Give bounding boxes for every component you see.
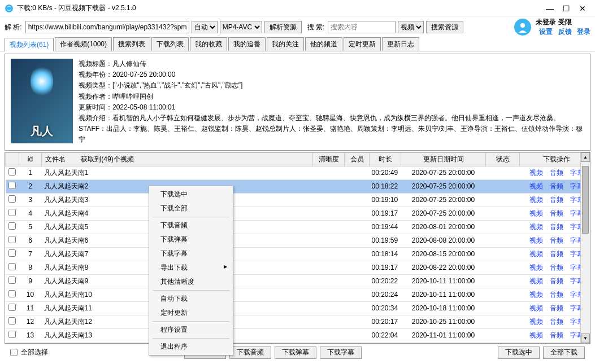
download-video-link[interactable]: 视频 xyxy=(529,223,543,231)
login-link[interactable]: 登录 xyxy=(577,28,590,36)
table-row[interactable]: 9凡人风起天南900:20:222020-10-11 11:00:00视频音频字… xyxy=(6,274,581,288)
bottom-button[interactable]: 全部下载 xyxy=(543,347,585,359)
table-row[interactable]: 2凡人风起天南200:18:222020-07-25 20:00:00视频音频字… xyxy=(6,179,581,193)
table-row[interactable]: 11凡人风起天南1100:20:342020-10-18 11:00:00视频音… xyxy=(6,301,581,315)
download-audio-link[interactable]: 音频 xyxy=(550,318,563,326)
tab-1[interactable]: 作者视频(1000) xyxy=(55,37,112,51)
download-audio-link[interactable]: 音频 xyxy=(550,291,563,299)
menu-item[interactable]: 下载音频 xyxy=(150,218,232,233)
tab-4[interactable]: 我的收藏 xyxy=(190,37,227,51)
row-checkbox[interactable] xyxy=(8,209,16,216)
table-row[interactable]: 3凡人风起天南300:19:102020-07-25 20:00:00视频音频字… xyxy=(6,193,581,207)
row-checkbox[interactable] xyxy=(8,263,16,270)
table-row[interactable]: 7凡人风起天南700:18:142020-08-15 20:00:00视频音频字… xyxy=(6,247,581,261)
download-sub-link[interactable]: 字幕 xyxy=(570,291,581,299)
download-sub-link[interactable]: 字幕 xyxy=(570,264,581,271)
scrollbar[interactable]: ▲ ▼ xyxy=(580,152,590,343)
select-all-checkbox[interactable] xyxy=(10,349,18,356)
download-video-link[interactable]: 视频 xyxy=(529,331,543,339)
tab-9[interactable]: 更新日志 xyxy=(382,37,419,51)
row-checkbox[interactable] xyxy=(8,195,16,203)
bottom-button[interactable]: 下载选中 xyxy=(498,347,540,359)
search-button[interactable]: 搜索资源 xyxy=(426,21,463,33)
tab-5[interactable]: 我的追番 xyxy=(228,37,266,51)
download-video-link[interactable]: 视频 xyxy=(529,236,543,244)
menu-item[interactable]: 其他清晰度 xyxy=(150,275,232,289)
minimize-button[interactable]: — xyxy=(546,4,554,13)
download-sub-link[interactable]: 字幕 xyxy=(570,182,581,190)
row-checkbox[interactable] xyxy=(8,236,16,243)
close-button[interactable]: ✕ xyxy=(579,4,586,13)
format-select[interactable]: MP4-AVC xyxy=(220,21,262,33)
download-audio-link[interactable]: 音频 xyxy=(550,182,563,190)
download-sub-link[interactable]: 字幕 xyxy=(570,331,581,339)
tab-0[interactable]: 视频列表(61) xyxy=(5,38,54,51)
menu-item[interactable]: 定时更新 xyxy=(150,306,232,320)
download-audio-link[interactable]: 音频 xyxy=(550,236,563,244)
row-checkbox[interactable] xyxy=(8,182,16,189)
download-video-link[interactable]: 视频 xyxy=(529,318,543,326)
avatar[interactable] xyxy=(514,19,531,36)
col-filename[interactable]: 文件名 获取到(49)个视频 xyxy=(42,152,313,166)
bottom-button[interactable]: 下载字幕 xyxy=(320,347,362,359)
download-video-link[interactable]: 视频 xyxy=(529,264,543,271)
row-checkbox[interactable] xyxy=(8,317,16,324)
download-sub-link[interactable]: 字幕 xyxy=(570,223,581,231)
table-row[interactable]: 12凡人风起天南1200:20:172020-10-25 11:00:00视频音… xyxy=(6,315,581,328)
scroll-up-icon[interactable]: ▲ xyxy=(581,152,590,162)
download-audio-link[interactable]: 音频 xyxy=(550,209,563,217)
download-video-link[interactable]: 视频 xyxy=(529,196,543,204)
menu-item[interactable]: 程序设置 xyxy=(150,323,232,337)
scroll-down-icon[interactable]: ▼ xyxy=(581,334,590,343)
table-row[interactable]: 8凡人风起天南800:19:172020-08-22 20:00:00视频音频字… xyxy=(6,261,581,274)
table-row[interactable]: 6凡人风起天南600:19:592020-08-08 20:00:00视频音频字… xyxy=(6,234,581,247)
download-audio-link[interactable]: 音频 xyxy=(550,277,563,285)
download-sub-link[interactable]: 字幕 xyxy=(570,196,581,204)
col-vip[interactable]: 会员 xyxy=(345,152,370,166)
feedback-link[interactable]: 反馈 xyxy=(558,28,572,36)
download-sub-link[interactable]: 字幕 xyxy=(570,169,581,177)
download-sub-link[interactable]: 字幕 xyxy=(570,209,581,217)
row-checkbox[interactable] xyxy=(8,290,16,297)
auto-select[interactable]: 自动 xyxy=(192,21,218,33)
maximize-button[interactable]: ☐ xyxy=(563,4,570,13)
row-checkbox[interactable] xyxy=(8,222,16,230)
col-date[interactable]: 更新日期时间 xyxy=(401,152,486,166)
bottom-button[interactable]: 下载音频 xyxy=(229,347,271,359)
download-video-link[interactable]: 视频 xyxy=(529,250,543,258)
download-audio-link[interactable]: 音频 xyxy=(550,196,563,204)
tab-7[interactable]: 他的频道 xyxy=(305,37,342,51)
col-ops[interactable]: 下载操作 xyxy=(520,152,581,166)
tab-8[interactable]: 定时更新 xyxy=(344,37,381,51)
row-checkbox[interactable] xyxy=(8,168,16,176)
menu-item[interactable]: 自动下载 xyxy=(150,292,232,306)
scroll-thumb[interactable] xyxy=(582,166,589,234)
url-input[interactable] xyxy=(25,21,189,33)
download-audio-link[interactable]: 音频 xyxy=(550,264,563,271)
menu-item[interactable]: 下载弹幕 xyxy=(150,233,232,247)
table-row[interactable]: 1凡人风起天南100:20:492020-07-25 20:00:00视频音频字… xyxy=(6,166,581,179)
download-video-link[interactable]: 视频 xyxy=(529,277,543,285)
table-row[interactable]: 4凡人风起天南400:19:172020-07-25 20:00:00视频音频字… xyxy=(6,207,581,220)
menu-item[interactable]: 下载全部 xyxy=(150,201,232,216)
col-duration[interactable]: 时长 xyxy=(370,152,401,166)
download-video-link[interactable]: 视频 xyxy=(529,291,543,299)
table-row[interactable]: 5凡人风起天南500:19:442020-08-01 20:00:00视频音频字… xyxy=(6,220,581,234)
row-checkbox[interactable] xyxy=(8,249,16,257)
parse-button[interactable]: 解析资源 xyxy=(264,21,302,33)
download-video-link[interactable]: 视频 xyxy=(529,169,543,177)
tab-6[interactable]: 我的关注 xyxy=(267,37,304,51)
download-sub-link[interactable]: 字幕 xyxy=(570,277,581,285)
menu-item[interactable]: 下载选中 xyxy=(150,187,232,201)
download-audio-link[interactable]: 音频 xyxy=(550,250,563,258)
bottom-button[interactable]: 下载弹幕 xyxy=(275,347,316,359)
col-quality[interactable]: 清晰度 xyxy=(313,152,345,166)
search-type-select[interactable]: 视频 xyxy=(398,21,424,33)
download-video-link[interactable]: 视频 xyxy=(529,209,543,217)
search-input[interactable] xyxy=(328,21,396,33)
row-checkbox[interactable] xyxy=(8,331,16,338)
row-checkbox[interactable] xyxy=(8,277,16,284)
menu-item[interactable]: 导出下载 xyxy=(150,261,232,275)
download-sub-link[interactable]: 字幕 xyxy=(570,250,581,258)
download-audio-link[interactable]: 音频 xyxy=(550,304,563,312)
